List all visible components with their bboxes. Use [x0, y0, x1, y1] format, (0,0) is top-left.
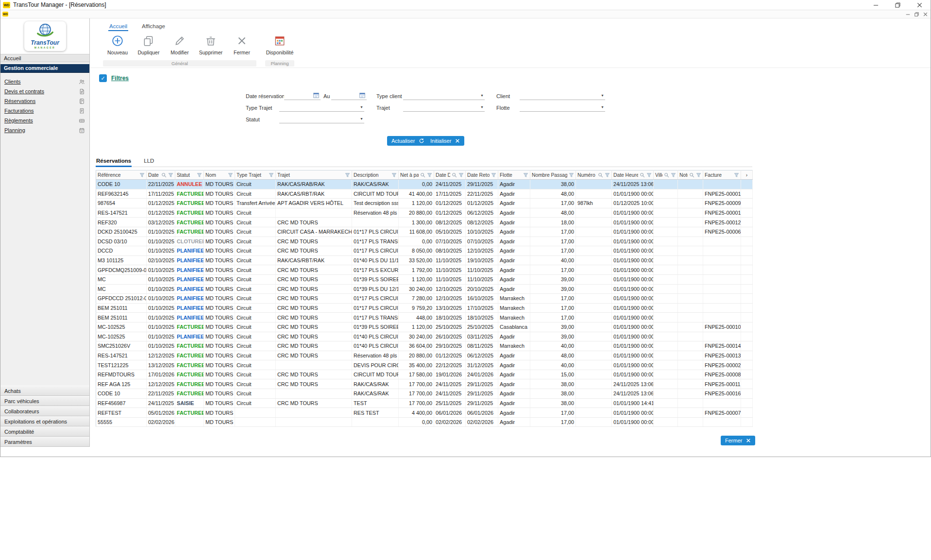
table-row[interactable]: GPFDCMQ251009-0101/10/2025PLANIFIEEMD TO…: [96, 265, 753, 275]
filter-funnel-icon[interactable]: [696, 172, 701, 178]
column-header-statut[interactable]: Statut: [175, 170, 204, 180]
column-header-description[interactable]: Description: [352, 170, 399, 180]
sidebar-item-facturations[interactable]: Facturations: [0, 106, 89, 116]
date-to-input[interactable]: [331, 91, 367, 100]
sidebar-section-comptabilite[interactable]: Comptabilité: [0, 426, 89, 437]
filters-title[interactable]: Filtres: [111, 75, 129, 82]
column-header-date-retour[interactable]: Date Retour: [466, 170, 498, 180]
filter-funnel-icon[interactable]: [228, 172, 233, 178]
table-row[interactable]: SMC251026V01/10/2025FACTUREEMD TOURSCirc…: [96, 341, 753, 351]
column-header-nom[interactable]: Nom: [204, 170, 235, 180]
restore-button[interactable]: [887, 0, 909, 10]
search-icon[interactable]: [640, 172, 645, 178]
sidebar-section-exploitations-et-operations[interactable]: Exploitations et opérations: [0, 416, 89, 426]
filter-funnel-icon[interactable]: [646, 172, 652, 178]
minimize-button[interactable]: [865, 0, 887, 10]
table-row[interactable]: REFTEST05/01/2026FACTUREEMD TOURSRES TES…: [96, 408, 753, 418]
column-header-reference[interactable]: Référence: [96, 170, 147, 180]
table-row[interactable]: REF963214517/11/2025FACTUREEMD TOURSCirc…: [96, 189, 753, 199]
statut-select[interactable]: ▼: [279, 114, 364, 123]
filter-funnel-icon[interactable]: [605, 172, 610, 178]
table-row[interactable]: MC01/10/2025PLANIFIEEMD TOURSCircuitCRC …: [96, 284, 753, 294]
sidebar-item-reglements[interactable]: Règlements: [0, 116, 89, 125]
calendar-icon[interactable]: [313, 92, 320, 99]
sidebar-item-clients[interactable]: Clients: [0, 77, 89, 86]
sidebar-section-achats[interactable]: Achats: [0, 386, 89, 396]
more-columns-indicator[interactable]: ›: [741, 170, 753, 180]
table-row[interactable]: DCSD 03/1001/10/2025CLOTUREEMD TOURSCirc…: [96, 237, 753, 246]
search-icon[interactable]: [598, 172, 603, 178]
tab-affichage[interactable]: Affichage: [141, 22, 166, 31]
table-row[interactable]: RES-14752112/12/2025FACTUREEMD TOURSCirc…: [96, 351, 753, 360]
filter-funnel-icon[interactable]: [269, 172, 274, 178]
column-header-date-depart[interactable]: Date Départ: [434, 170, 466, 180]
type-trajet-select[interactable]: ▼: [279, 102, 364, 112]
column-header-nombre-passagers[interactable]: Nombre Passagers: [530, 170, 576, 180]
table-row[interactable]: BEM 25101101/10/2025PLANIFIEEMD TOURSCir…: [96, 303, 753, 313]
reset-button[interactable]: Initialiser: [426, 136, 464, 146]
ribbon-button-nouveau[interactable]: Nouveau: [102, 31, 133, 60]
calendar-icon[interactable]: [359, 92, 366, 99]
filter-funnel-icon[interactable]: [671, 172, 676, 178]
search-icon[interactable]: [161, 172, 167, 178]
filter-funnel-icon[interactable]: [168, 172, 173, 178]
search-icon[interactable]: [664, 172, 669, 178]
date-from-input[interactable]: [284, 91, 321, 100]
column-header-ville-vol[interactable]: Ville Vol: [654, 170, 678, 180]
filter-funnel-icon[interactable]: [197, 172, 202, 178]
sidebar-section-collaborateurs[interactable]: Collaborateurs: [0, 406, 89, 416]
sidebar-item-accueil[interactable]: Accueil: [0, 54, 89, 62]
tab-reservations[interactable]: Réservations: [96, 155, 132, 167]
filter-funnel-icon[interactable]: [734, 172, 739, 178]
table-row[interactable]: BEM 25101101/10/2025PLANIFIEEMD TOURSCir…: [96, 313, 753, 322]
client-select[interactable]: ▼: [520, 91, 605, 100]
tab-lld[interactable]: LLD: [143, 155, 154, 167]
table-row[interactable]: M3 10112502/10/2025PLANIFIEEMD TOURSCirc…: [96, 255, 753, 265]
refresh-button[interactable]: Actualiser: [387, 136, 429, 146]
column-header-facture[interactable]: Facture: [703, 170, 741, 180]
filter-funnel-icon[interactable]: [523, 172, 528, 178]
ribbon-button-fermer[interactable]: Fermer: [226, 31, 257, 60]
ribbon-button-modifier[interactable]: Modifier: [164, 31, 195, 60]
table-row[interactable]: 5555502/02/2026MD TOURS0,0002/02/202602/…: [96, 417, 753, 427]
trajet-select[interactable]: ▼: [403, 102, 485, 112]
filter-funnel-icon[interactable]: [569, 172, 574, 178]
column-header-date[interactable]: Date: [147, 170, 175, 180]
table-row[interactable]: DCKD 2510042501/10/2025FACTUREEMD TOURSC…: [96, 227, 753, 237]
column-header-numero-vol[interactable]: Numéro Vol: [576, 170, 612, 180]
table-row[interactable]: DCCD01/10/2025PLANIFIEEMD TOURSCircuitCR…: [96, 246, 753, 256]
close-button[interactable]: [909, 0, 931, 10]
sidebar-item-planning[interactable]: Planning31: [0, 125, 89, 135]
table-row[interactable]: REF32003/12/2025FACTUREEMD TOURSCircuitC…: [96, 218, 753, 227]
ribbon-button-supprimer[interactable]: Supprimer: [195, 31, 226, 60]
column-header-date-heure-vol[interactable]: Date Heure Vol: [612, 170, 654, 180]
table-row[interactable]: MC-10252501/10/2025PLANIFIEEMD TOURSCirc…: [96, 332, 753, 341]
ribbon-button-dupliquer[interactable]: Dupliquer: [133, 31, 164, 60]
filter-funnel-icon[interactable]: [139, 172, 145, 178]
filter-funnel-icon[interactable]: [345, 172, 350, 178]
search-icon[interactable]: [420, 172, 425, 178]
sidebar-section-parc-vehicules[interactable]: Parc véhicules: [0, 396, 89, 406]
table-row[interactable]: GPFDCCD 251012-0101/10/2025PLANIFIEEMD T…: [96, 294, 753, 304]
type-client-select[interactable]: ▼: [403, 91, 485, 100]
table-row[interactable]: CODE 1022/11/2025FACTUREEMD TOURSCircuit…: [96, 389, 753, 399]
column-header-flotte[interactable]: Flotte: [498, 170, 530, 180]
tab-accueil[interactable]: Accueil: [108, 22, 128, 31]
flotte-select[interactable]: ▼: [520, 102, 605, 112]
mdi-restore-button[interactable]: [914, 12, 919, 17]
table-row[interactable]: REF45698724/11/2025SAISIEMD TOURSCircuit…: [96, 398, 753, 408]
column-header-trajet[interactable]: Trajet: [276, 170, 352, 180]
filter-funnel-icon[interactable]: [458, 172, 464, 178]
sidebar-item-reservations[interactable]: Réservations: [0, 96, 89, 106]
filter-funnel-icon[interactable]: [491, 172, 496, 178]
mdi-minimize-button[interactable]: [906, 12, 910, 17]
search-icon[interactable]: [689, 172, 694, 178]
close-view-button[interactable]: Fermer: [721, 436, 755, 445]
table-row[interactable]: RES-14752101/12/2025FACTUREEMD TOURSCirc…: [96, 208, 753, 218]
table-row[interactable]: REF AGA 12512/12/2025FACTUREEMD TOURSCir…: [96, 379, 753, 389]
filter-funnel-icon[interactable]: [391, 172, 397, 178]
table-row[interactable]: REFMDTOURS17/01/2026FACTUREEMD TOURSCirc…: [96, 370, 753, 379]
table-row[interactable]: 98765401/12/2025FACTUREEMD TOURSTransfer…: [96, 199, 753, 208]
sidebar-section-parametres[interactable]: Paramètres: [0, 437, 89, 447]
column-header-net-a-payer[interactable]: Net à payer: [399, 170, 434, 180]
